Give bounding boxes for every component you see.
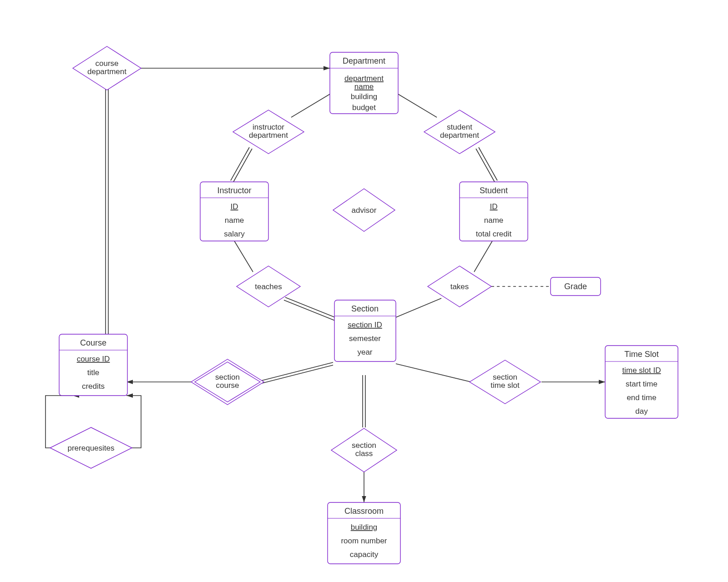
entity-course: Course course ID title credits — [59, 334, 127, 396]
edge-teaches-to-instructor — [234, 241, 253, 272]
entity-department-attr-2: budget — [352, 103, 376, 112]
entity-classroom-attr-1: room number — [341, 537, 387, 545]
entity-student-attr-1: name — [484, 216, 504, 225]
entity-timeslot: Time Slot time slot ID start time end ti… — [605, 346, 678, 418]
svg-text:course: course — [216, 381, 239, 390]
edge-seccourse-to-section-a — [262, 362, 333, 381]
svg-text:department: department — [440, 131, 479, 140]
svg-text:department: department — [249, 131, 288, 140]
entity-grade: Grade — [551, 277, 601, 296]
svg-text:student: student — [447, 123, 472, 131]
rel-section-class: section class — [331, 428, 397, 472]
entity-classroom: Classroom building room number capacity — [328, 502, 400, 564]
entity-student-attr-0: ID — [490, 202, 498, 211]
svg-text:section: section — [215, 373, 240, 381]
entity-classroom-title: Classroom — [344, 507, 384, 516]
entity-instructor-attr-0: ID — [231, 202, 238, 211]
entity-section: Section section ID semester year — [334, 300, 396, 361]
entity-department-title: Department — [343, 56, 385, 65]
entity-timeslot-attr-2: end time — [627, 393, 656, 402]
entity-course-attr-1: title — [87, 368, 99, 377]
rel-instructor-department: instructor department — [233, 110, 304, 154]
svg-text:teaches: teaches — [255, 282, 282, 291]
entity-instructor-attr-1: name — [225, 216, 244, 225]
entity-section-attr-0: section ID — [348, 321, 382, 329]
edge-teaches-to-section-a — [284, 300, 335, 321]
svg-text:instructor: instructor — [253, 123, 284, 131]
edge-takes-to-section — [394, 298, 441, 318]
edge-instrdept-to-instructor-a — [231, 147, 249, 181]
entity-timeslot-title: Time Slot — [624, 350, 658, 359]
edge-takes-to-student — [474, 241, 492, 272]
rel-advisor: advisor — [333, 189, 395, 231]
entity-student-title: Student — [480, 186, 508, 195]
entity-instructor-title: Instructor — [217, 186, 251, 195]
edge-sectimeslot-to-section — [396, 364, 471, 382]
entity-section-attr-1: semester — [349, 334, 381, 343]
entity-student-attr-2: total credit — [476, 230, 512, 238]
svg-text:prerequesites: prerequesites — [67, 444, 114, 452]
edge-studdept-to-student-b — [476, 149, 495, 182]
entity-timeslot-attr-0: time slot ID — [622, 366, 661, 375]
entity-course-title: Course — [80, 338, 106, 347]
svg-text:advisor: advisor — [352, 206, 377, 215]
entity-timeslot-attr-1: start time — [626, 380, 657, 388]
edge-studdept-to-student-a — [479, 147, 497, 181]
entity-course-attr-0: course ID — [77, 355, 110, 363]
rel-takes: takes — [428, 266, 491, 307]
svg-text:takes: takes — [450, 282, 469, 291]
rel-section-timeslot: section time slot — [470, 360, 541, 404]
rel-prerequisites: prerequesites — [50, 427, 132, 468]
entity-instructor: Instructor ID name salary — [200, 182, 268, 241]
svg-text:section: section — [352, 441, 376, 450]
entity-section-attr-2: year — [357, 348, 372, 356]
svg-text:course: course — [95, 59, 118, 68]
rel-student-department: student department — [424, 110, 495, 154]
svg-text:section: section — [493, 373, 517, 381]
entity-course-attr-2: credits — [82, 382, 105, 391]
svg-text:class: class — [355, 449, 373, 458]
edge-instrdept-to-instructor-b — [233, 149, 252, 182]
rel-teaches: teaches — [237, 266, 300, 307]
rel-course-department: course department — [73, 46, 141, 90]
edge-prereq-right — [123, 396, 141, 448]
entity-classroom-attr-0: building — [351, 523, 378, 532]
entity-classroom-attr-2: capacity — [350, 550, 379, 559]
entity-section-title: Section — [351, 304, 379, 313]
entity-timeslot-attr-3: day — [635, 407, 648, 416]
entity-grade-label: Grade — [564, 282, 587, 291]
edge-seccourse-to-section-b — [262, 365, 333, 383]
entity-instructor-attr-2: salary — [224, 230, 245, 238]
entity-department: Department departmentname building budge… — [330, 52, 398, 114]
rel-section-course: section course — [191, 359, 264, 405]
entity-student: Student ID name total credit — [460, 182, 528, 241]
entity-department-attr-1: building — [351, 92, 378, 101]
svg-text:time slot: time slot — [490, 381, 520, 390]
edge-teaches-to-section-b — [285, 297, 336, 318]
svg-text:department: department — [87, 67, 126, 76]
